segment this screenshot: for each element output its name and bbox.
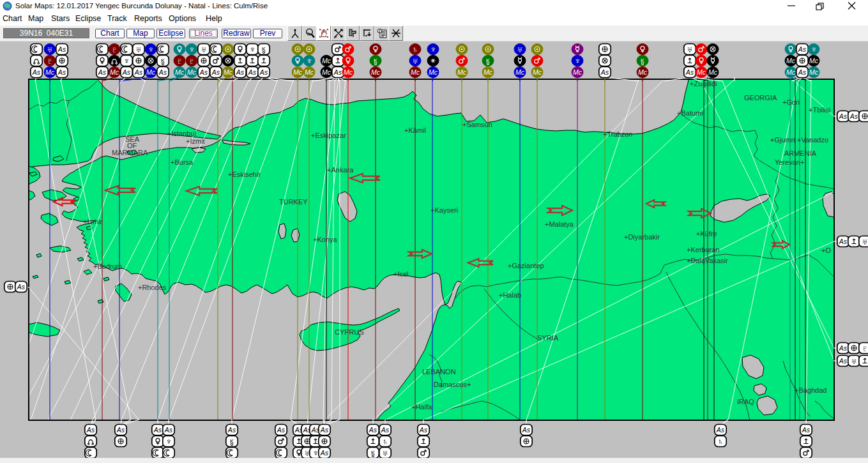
svg-text:Mc: Mc: [573, 68, 582, 76]
svg-text:+Bursa: +Bursa: [171, 158, 194, 166]
svg-text:+Trabzon: +Trabzon: [603, 130, 632, 138]
svg-text:+Kayseri: +Kayseri: [430, 206, 458, 214]
svg-text:♅: ♅: [382, 448, 388, 458]
svg-text:+Eskisehir: +Eskisehir: [228, 171, 261, 178]
svg-text:Mc: Mc: [809, 57, 819, 65]
svg-text:Mc: Mc: [483, 68, 493, 76]
svg-text:Mc: Mc: [344, 68, 353, 76]
svg-text:LEBANON: LEBANON: [422, 368, 456, 376]
svg-text:Mc: Mc: [322, 68, 331, 76]
svg-text:+Rhodes: +Rhodes: [138, 284, 167, 291]
svg-text:Mc: Mc: [110, 68, 119, 76]
svg-text:TURKEY: TURKEY: [279, 198, 308, 206]
svg-text:As: As: [164, 426, 173, 434]
svg-text:As: As: [320, 426, 329, 434]
svg-text:+Konya: +Konya: [313, 236, 337, 243]
svg-text:As: As: [685, 68, 694, 76]
svg-text:+Küfre: +Küfre: [696, 230, 717, 238]
svg-text:♄: ♄: [382, 437, 388, 446]
svg-text:Mc: Mc: [187, 68, 197, 76]
svg-text:GEORGIA: GEORGIA: [744, 94, 777, 102]
svg-text:+Vanadzo: +Vanadzo: [797, 136, 828, 144]
svg-text:As: As: [57, 68, 66, 76]
svg-text:♆: ♆: [123, 56, 130, 66]
svg-text:+Kâmil: +Kâmil: [404, 126, 426, 134]
svg-text:Mc: Mc: [708, 68, 718, 76]
svg-text:As: As: [849, 112, 858, 120]
svg-text:As: As: [17, 283, 26, 291]
svg-text:Mc: Mc: [697, 68, 706, 76]
svg-text:♆: ♆: [188, 45, 195, 54]
svg-text:♆: ♆: [430, 45, 436, 54]
svg-text:♆: ♆: [306, 56, 312, 66]
svg-text:+Icel: +Icel: [393, 270, 409, 278]
svg-text:+Batumi: +Batumi: [677, 109, 703, 117]
svg-text:As: As: [211, 68, 220, 76]
svg-text:MARMARA: MARMARA: [112, 149, 148, 156]
svg-text:Mc: Mc: [457, 68, 467, 76]
svg-text:Mc: Mc: [146, 68, 156, 76]
svg-text:As: As: [522, 426, 531, 434]
svg-text:♆: ♆: [249, 45, 255, 54]
svg-text:ARMENIA: ARMENIA: [784, 149, 817, 157]
svg-text:+Diyarbakir: +Diyarbakir: [624, 233, 660, 241]
svg-text:+Gori: +Gori: [782, 98, 800, 106]
svg-text:♅: ♅: [47, 45, 53, 54]
svg-text:♇: ♇: [111, 45, 118, 54]
svg-text:Mc: Mc: [45, 68, 55, 76]
svg-text:♅: ♅: [201, 45, 207, 54]
svg-text:♇: ♇: [862, 344, 868, 353]
svg-text:♅: ♅: [517, 45, 523, 54]
svg-text:+Bodrum: +Bodrum: [93, 262, 122, 270]
svg-text:♆: ♆: [312, 448, 319, 458]
svg-text:Mc: Mc: [429, 68, 438, 76]
svg-text:As: As: [86, 426, 95, 434]
svg-text:As: As: [419, 426, 428, 434]
svg-text:♅: ♅: [851, 356, 857, 366]
svg-text:+Gaziantep: +Gaziantep: [508, 262, 544, 269]
svg-text:As: As: [839, 357, 848, 365]
svg-text:As: As: [798, 45, 807, 53]
svg-text:+Samsun: +Samsun: [462, 121, 492, 128]
svg-text:♇: ♇: [188, 56, 195, 66]
svg-text:Mc: Mc: [224, 68, 233, 76]
svg-text:Mc: Mc: [175, 68, 185, 76]
svg-text:Yerevan+: Yerevan+: [775, 158, 804, 166]
svg-text:+Istanbul: +Istanbul: [167, 130, 196, 137]
svg-text:+Haifa: +Haifa: [411, 403, 432, 411]
svg-text:As: As: [32, 68, 41, 76]
svg-text:+Zugdidi: +Zugdidi: [690, 80, 717, 87]
svg-text:+Malatya: +Malatya: [545, 220, 574, 228]
svg-text:As: As: [134, 68, 143, 76]
svg-text:♅: ♅: [862, 237, 868, 247]
svg-text:+Baghdad: +Baghdad: [795, 386, 826, 394]
svg-text:As: As: [236, 68, 245, 76]
svg-text:Mc: Mc: [786, 57, 796, 65]
svg-text:CYPRUS: CYPRUS: [335, 328, 364, 336]
svg-text:As: As: [369, 426, 377, 434]
svg-text:+Izmit: +Izmit: [186, 137, 205, 145]
svg-text:♄: ♄: [412, 45, 418, 54]
svg-text:♇: ♇: [47, 56, 53, 66]
svg-text:As: As: [600, 68, 609, 76]
svg-text:As: As: [227, 426, 236, 434]
svg-text:Mc: Mc: [786, 68, 796, 76]
svg-text:IRAQ: IRAQ: [737, 398, 754, 406]
svg-text:Mc: Mc: [322, 57, 331, 65]
svg-text:♄: ♄: [717, 437, 724, 446]
svg-text:+Kerburan: +Kerburan: [687, 246, 720, 254]
svg-text:♆: ♆: [574, 56, 581, 66]
svg-text:+DalaVakasir: +DalaVakasir: [687, 257, 728, 264]
svg-text:As: As: [839, 238, 848, 245]
svg-text:+Ankara: +Ankara: [327, 166, 354, 174]
svg-text:As: As: [839, 112, 848, 120]
svg-text:As: As: [259, 68, 268, 76]
svg-text:As: As: [153, 426, 162, 434]
svg-text:+Eskipazar: +Eskipazar: [311, 132, 346, 139]
svg-text:+Izmir: +Izmir: [83, 218, 103, 225]
svg-text:♅: ♅: [135, 45, 142, 54]
svg-text:As: As: [116, 426, 125, 434]
svg-text:+O: +O: [821, 247, 831, 254]
svg-text:+Halab: +Halab: [499, 291, 521, 299]
svg-text:Mc: Mc: [809, 68, 819, 76]
